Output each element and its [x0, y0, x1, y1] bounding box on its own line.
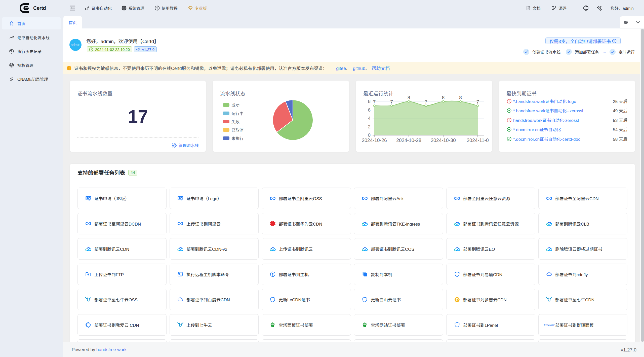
svg-text:2024-11-0: 2024-11-0: [467, 137, 489, 143]
svg-text:2024-10-26: 2024-10-26: [362, 137, 387, 143]
svg-text:8: 8: [442, 95, 445, 100]
svg-text:2024-10-28: 2024-10-28: [396, 137, 421, 143]
svg-text:7: 7: [476, 99, 479, 104]
svg-text:6: 6: [368, 107, 371, 113]
svg-text:0: 0: [368, 132, 371, 138]
svg-text:7: 7: [373, 99, 376, 104]
svg-text:2024-10-30: 2024-10-30: [431, 137, 456, 143]
svg-text:8: 8: [459, 95, 462, 100]
svg-text:8: 8: [408, 95, 410, 100]
svg-text:2: 2: [368, 124, 371, 129]
svg-text:4: 4: [368, 116, 371, 121]
svg-text:7: 7: [425, 99, 427, 104]
svg-text:8: 8: [368, 99, 371, 104]
svg-text:7: 7: [390, 99, 393, 104]
